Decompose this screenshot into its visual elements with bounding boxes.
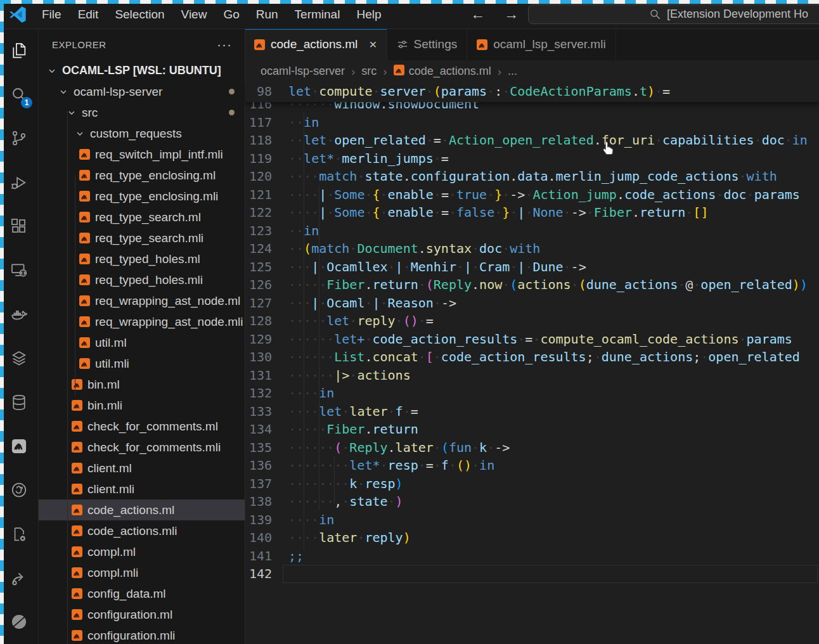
tree-item-ocaml-lsp-server[interactable]: ocaml-lsp-server (38, 81, 245, 102)
tree-item-label: OCAML-LSP [WSL: UBUNTU] (62, 64, 221, 77)
tree-item-check_for_comments.ml[interactable]: check_for_comments.ml (38, 416, 245, 437)
code-line-121[interactable]: 121····|·Some·{·enable·=·true·}·->·Actio… (245, 186, 819, 204)
breadcrumb-item[interactable]: code_actions.ml (394, 65, 491, 79)
activity-item-remote-explorer-icon[interactable] (0, 248, 38, 292)
cmake-tools-icon (10, 525, 28, 543)
more-actions-icon[interactable]: ··· (217, 41, 232, 48)
code-line-118[interactable]: 118··let·open_related·=·Action_open_rela… (245, 131, 819, 150)
code-line-126[interactable]: 126·····Fiber.return·(Reply.now·(actions… (245, 276, 819, 294)
tree-item-compl.mli[interactable]: compl.mli (38, 562, 245, 583)
tab-Settings[interactable]: Settings (387, 29, 468, 60)
tree-item-bin.ml[interactable]: bin.ml (38, 374, 245, 395)
activity-item-account-icon[interactable] (0, 600, 38, 644)
activity-item-explorer-icon[interactable] (0, 29, 38, 72)
tree-item-req_type_search.mli[interactable]: req_type_search.mli (38, 228, 245, 248)
activity-item-share-icon[interactable] (0, 556, 38, 600)
tree-item-req_typed_holes.ml[interactable]: req_typed_holes.ml (38, 248, 245, 269)
code-line-133[interactable]: 133····let·later·f·= (245, 402, 819, 421)
code-line-128[interactable]: 128·····let·reply·()·= (245, 312, 819, 330)
activity-item-layers-icon[interactable] (0, 337, 38, 380)
code-line-129[interactable]: 129······let+·code_action_results·=·comp… (245, 330, 819, 349)
tree-item-check_for_comments.mli[interactable]: check_for_comments.mli (38, 437, 245, 458)
activity-item-docker-icon[interactable] (0, 292, 38, 336)
tree-item-code_actions.mli[interactable]: code_actions.mli (38, 520, 245, 541)
code-line-125[interactable]: 125···|·Ocamllex·|·Menhir·|·Cram·|·Dune·… (245, 258, 819, 276)
tab-code_actions.ml[interactable]: code_actions.ml× (245, 29, 387, 60)
close-icon[interactable]: × (369, 37, 377, 52)
breadcrumb-item[interactable]: src (361, 65, 377, 78)
line-content: ··in (283, 113, 319, 132)
tree-item-label: req_wrapping_ast_node.ml (95, 294, 240, 308)
tree-item-configuration.mli[interactable]: configuration.mli (38, 625, 245, 644)
tree-item-code_actions.ml[interactable]: code_actions.ml (38, 499, 245, 520)
menu-edit[interactable]: Edit (70, 8, 107, 22)
screenshare-border-top (0, 0, 819, 4)
activity-item-source-control-icon[interactable] (0, 117, 38, 160)
tree-item-config_data.ml[interactable]: config_data.ml (38, 583, 245, 604)
breadcrumb-item[interactable]: ... (508, 65, 517, 78)
code-line-131[interactable]: 131······|>·actions (245, 366, 819, 385)
activity-item-duck-icon[interactable] (0, 468, 38, 512)
tree-item-client.mli[interactable]: client.mli (38, 479, 245, 499)
code-line-134[interactable]: 134·····Fiber.return (245, 420, 819, 439)
line-number: 126 (245, 276, 283, 294)
tree-item-req_typed_holes.mli[interactable]: req_typed_holes.mli (38, 269, 245, 290)
tree-item-compl.ml[interactable]: compl.ml (38, 541, 245, 562)
menu-go[interactable]: Go (215, 8, 247, 22)
ocaml-file-icon (79, 212, 90, 222)
tree-item-req_type_enclosing.ml[interactable]: req_type_enclosing.ml (38, 165, 245, 186)
menu-terminal[interactable]: Terminal (287, 8, 349, 22)
line-number: 124 (245, 240, 283, 258)
code-line-142[interactable]: 142 (245, 565, 819, 583)
activity-item-cmake-tools-icon[interactable] (0, 512, 38, 556)
tree-item-client.ml[interactable]: client.ml (38, 458, 245, 479)
code-line-132[interactable]: 132····in (245, 384, 819, 402)
menu-selection[interactable]: Selection (106, 8, 172, 22)
menu-run[interactable]: Run (248, 8, 287, 22)
tree-item-req_wrapping_ast_node.mli[interactable]: req_wrapping_ast_node.mli (38, 311, 245, 332)
activity-item-extensions-icon[interactable] (0, 204, 38, 248)
breadcrumb-item[interactable]: ocaml-lsp-server (261, 65, 345, 78)
tree-item-util.mli[interactable]: util.mli (38, 353, 245, 374)
code-line-135[interactable]: 135······(·Reply.later·(fun·k·-> (245, 439, 819, 457)
tree-item-req_switch_impl_intf.mli[interactable]: req_switch_impl_intf.mli (38, 144, 245, 165)
menu-file[interactable]: File (34, 8, 70, 22)
nav-back-icon[interactable]: ← (470, 6, 485, 23)
code-area[interactable]: 116······window.showDocument117··in118··… (245, 82, 819, 644)
activity-item-ocaml-icon[interactable] (0, 424, 38, 468)
tree-item-src[interactable]: src (38, 102, 245, 123)
code-line-139[interactable]: 139····in (245, 511, 819, 529)
tree-item-OCAML-LSP [WSL: UBUNTU][interactable]: OCAML-LSP [WSL: UBUNTU] (38, 60, 245, 81)
tree-item-req_wrapping_ast_node.ml[interactable]: req_wrapping_ast_node.ml (38, 290, 245, 311)
code-line-141[interactable]: 141;; (245, 547, 819, 565)
code-line-140[interactable]: 140····later·reply) (245, 529, 819, 547)
code-line-120[interactable]: 120····match·state.configuration.data.me… (245, 167, 819, 186)
code-line-122[interactable]: 122····|·Some·{·enable·=·false·}·|·None·… (245, 203, 819, 222)
tree-item-bin.mli[interactable]: bin.mli (38, 395, 245, 416)
command-center-search[interactable]: [Extension Development Ho (528, 4, 819, 24)
tree-item-req_type_enclosing.mli[interactable]: req_type_enclosing.mli (38, 186, 245, 207)
tree-item-configuration.ml[interactable]: configuration.ml (38, 604, 245, 625)
code-line-124[interactable]: 124··(match·Document.syntax·doc·with (245, 240, 819, 258)
menu-help[interactable]: Help (348, 8, 389, 22)
code-line-119[interactable]: 119··let*·merlin_jumps·= (245, 150, 819, 168)
code-line-137[interactable]: 137········k·resp) (245, 475, 819, 493)
line-number: 121 (245, 186, 283, 204)
code-line-123[interactable]: 123··in (245, 222, 819, 240)
nav-forward-icon[interactable]: → (504, 6, 519, 23)
code-line-117[interactable]: 117··in (245, 113, 819, 132)
tree-item-util.ml[interactable]: util.ml (38, 332, 245, 353)
code-line-127[interactable]: 127···|·Ocaml·|·Reason·-> (245, 294, 819, 312)
activity-item-run-debug-icon[interactable] (0, 160, 38, 204)
code-line-138[interactable]: 138······,·state·) (245, 493, 819, 511)
activity-item-search-icon[interactable]: 1 (0, 72, 38, 116)
sticky-scroll-line[interactable]: 98let·compute·server·(params·:·CodeActio… (245, 82, 819, 102)
menu-view[interactable]: View (173, 8, 216, 22)
tree-item-custom_requests[interactable]: custom_requests (38, 123, 245, 144)
ocaml-file-icon (72, 525, 82, 536)
tab-ocaml_lsp_server.mli[interactable]: ocaml_lsp_server.mli (467, 29, 616, 60)
tree-item-req_type_search.ml[interactable]: req_type_search.ml (38, 207, 245, 228)
activity-item-database-icon[interactable] (0, 380, 38, 424)
code-line-136[interactable]: 136········let*·resp·=·f·()·in (245, 456, 819, 475)
code-line-130[interactable]: 130······List.concat·[·code_action_resul… (245, 348, 819, 366)
